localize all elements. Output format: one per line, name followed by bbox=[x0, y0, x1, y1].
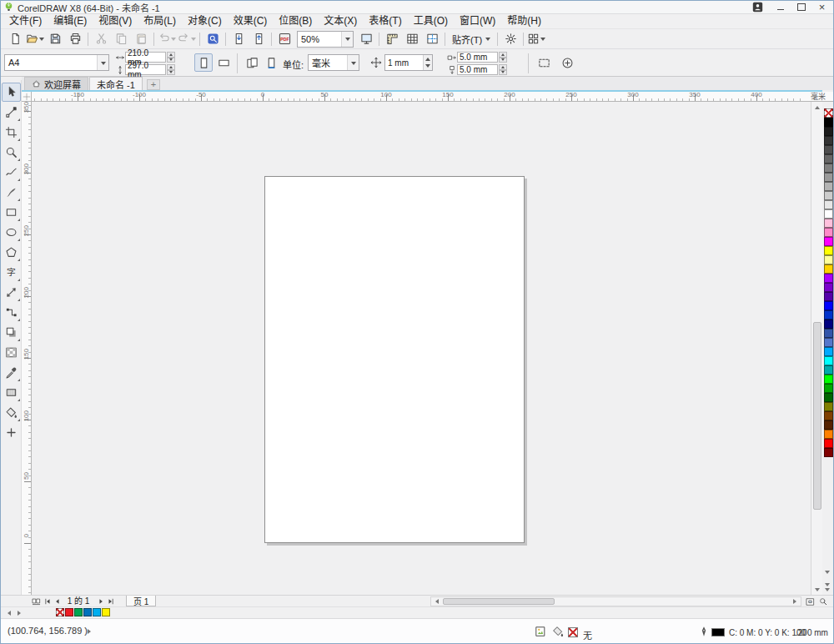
interactive-fill-tool[interactable] bbox=[2, 383, 21, 402]
no-color-swatch[interactable] bbox=[824, 108, 833, 118]
tab-welcome-screen[interactable]: 欢迎屏幕 bbox=[24, 77, 88, 90]
menu-object[interactable]: 对象(C) bbox=[182, 14, 228, 28]
scroll-right-button[interactable] bbox=[790, 597, 800, 606]
menu-bitmaps[interactable]: 位图(B) bbox=[273, 14, 318, 28]
color-swatch[interactable] bbox=[824, 338, 833, 347]
new-document-button[interactable] bbox=[5, 30, 25, 48]
color-swatch[interactable] bbox=[824, 402, 833, 411]
menu-text[interactable]: 文本(X) bbox=[318, 14, 363, 28]
all-pages-button[interactable] bbox=[243, 53, 261, 72]
color-swatch[interactable] bbox=[824, 118, 833, 127]
color-swatch[interactable] bbox=[824, 301, 833, 310]
scroll-up-button[interactable] bbox=[811, 102, 823, 113]
new-tab-button[interactable]: + bbox=[147, 79, 160, 90]
color-swatch[interactable] bbox=[824, 411, 833, 420]
color-swatch[interactable] bbox=[824, 375, 833, 384]
spin-down[interactable] bbox=[499, 70, 507, 76]
close-button[interactable] bbox=[811, 1, 832, 13]
scroll-left-button[interactable] bbox=[432, 597, 442, 606]
color-swatch[interactable] bbox=[824, 356, 833, 365]
duplicate-x-field[interactable]: 5.0 mm bbox=[457, 52, 498, 63]
nudge-offset-field[interactable]: 1 mm bbox=[384, 54, 433, 71]
redo-button[interactable] bbox=[177, 30, 197, 48]
color-swatch[interactable] bbox=[824, 430, 833, 439]
parallel-dimension-tool[interactable] bbox=[2, 283, 21, 302]
outline-color-swatch[interactable] bbox=[711, 628, 725, 636]
color-swatch[interactable] bbox=[824, 365, 833, 375]
previous-page-button[interactable] bbox=[53, 596, 63, 606]
color-swatch[interactable] bbox=[83, 608, 92, 616]
menu-window[interactable]: 窗口(W) bbox=[454, 14, 501, 28]
color-swatch[interactable] bbox=[824, 191, 833, 200]
color-swatch[interactable] bbox=[824, 136, 833, 145]
copy-button[interactable] bbox=[111, 30, 131, 48]
vertical-ruler[interactable]: 350300250200150100500 bbox=[22, 102, 32, 595]
color-swatch[interactable] bbox=[824, 164, 833, 173]
save-button[interactable] bbox=[45, 30, 65, 48]
color-swatch[interactable] bbox=[824, 384, 833, 393]
horizontal-ruler[interactable]: -150-100-50050100150200250300350400 bbox=[32, 92, 801, 102]
menu-tools[interactable]: 工具(O) bbox=[408, 14, 454, 28]
color-swatch[interactable] bbox=[824, 246, 833, 255]
ellipse-tool[interactable] bbox=[2, 223, 21, 242]
chevron-down-icon[interactable] bbox=[347, 55, 359, 70]
fill-status-icon[interactable] bbox=[552, 626, 564, 637]
menu-help[interactable]: 帮助(H) bbox=[501, 14, 547, 28]
navigator-button[interactable] bbox=[805, 596, 815, 606]
transparency-tool[interactable] bbox=[2, 343, 21, 362]
document-page[interactable] bbox=[264, 176, 525, 543]
duplicate-y-field[interactable]: 5.0 mm bbox=[457, 64, 498, 75]
ruler-origin-button[interactable] bbox=[22, 92, 32, 102]
color-swatch[interactable] bbox=[824, 154, 833, 164]
print-button[interactable] bbox=[65, 30, 85, 48]
crop-tool[interactable] bbox=[2, 123, 21, 142]
show-rulers-button[interactable] bbox=[382, 30, 402, 48]
smart-fill-tool[interactable] bbox=[2, 403, 21, 422]
color-swatch[interactable] bbox=[824, 173, 833, 182]
drawing-canvas[interactable] bbox=[32, 102, 811, 595]
snap-to-menu[interactable]: 贴齐(T) bbox=[448, 31, 495, 48]
artistic-media-tool[interactable] bbox=[2, 183, 21, 202]
page-tab[interactable]: 页 1 bbox=[126, 596, 156, 606]
undo-button[interactable] bbox=[157, 30, 177, 48]
drop-shadow-tool[interactable] bbox=[2, 323, 21, 342]
horizontal-scroll-thumb[interactable] bbox=[443, 598, 555, 605]
add-tools-button[interactable] bbox=[2, 423, 21, 442]
menu-layout[interactable]: 布局(L) bbox=[138, 14, 182, 28]
show-guidelines-button[interactable] bbox=[422, 30, 442, 48]
color-swatch[interactable] bbox=[824, 448, 833, 457]
color-swatch[interactable] bbox=[824, 283, 833, 292]
color-swatch[interactable] bbox=[824, 228, 833, 237]
publish-pdf-button[interactable]: PDF bbox=[274, 30, 294, 48]
spin-down[interactable] bbox=[499, 58, 507, 63]
maximize-button[interactable] bbox=[791, 1, 811, 13]
color-swatch[interactable] bbox=[824, 439, 833, 448]
color-swatch[interactable] bbox=[824, 274, 833, 283]
search-content-button[interactable] bbox=[203, 30, 223, 48]
title-bar[interactable]: CorelDRAW X8 (64-Bit) - 未命名 -1 bbox=[1, 1, 833, 14]
last-page-button[interactable] bbox=[106, 596, 116, 606]
color-swatch[interactable] bbox=[824, 319, 833, 329]
menu-view[interactable]: 视图(V) bbox=[93, 14, 138, 28]
zoom-tool[interactable] bbox=[2, 143, 21, 162]
options-button[interactable] bbox=[500, 30, 520, 48]
landscape-button[interactable] bbox=[214, 53, 233, 72]
spin-down[interactable] bbox=[424, 63, 432, 70]
color-swatch[interactable] bbox=[824, 209, 833, 219]
color-swatch[interactable] bbox=[824, 329, 833, 338]
minimize-button[interactable] bbox=[770, 1, 791, 13]
rectangle-tool[interactable] bbox=[2, 203, 21, 222]
connector-tool[interactable] bbox=[2, 303, 21, 322]
color-proof-icon[interactable] bbox=[535, 626, 546, 637]
quick-zoom-button[interactable] bbox=[818, 596, 828, 606]
shape-tool[interactable] bbox=[2, 103, 21, 122]
spin-down[interactable] bbox=[167, 58, 175, 63]
doc-palette-scroll-right-button[interactable] bbox=[14, 608, 24, 618]
menu-edit[interactable]: 编辑(E) bbox=[48, 14, 93, 28]
pick-tool[interactable] bbox=[2, 83, 21, 102]
color-swatch[interactable] bbox=[102, 608, 110, 616]
zoom-level-combo[interactable]: 50% bbox=[297, 31, 354, 48]
units-combo[interactable]: 毫米 bbox=[308, 54, 359, 71]
color-swatch[interactable] bbox=[824, 219, 833, 228]
fullscreen-preview-button[interactable] bbox=[356, 30, 376, 48]
